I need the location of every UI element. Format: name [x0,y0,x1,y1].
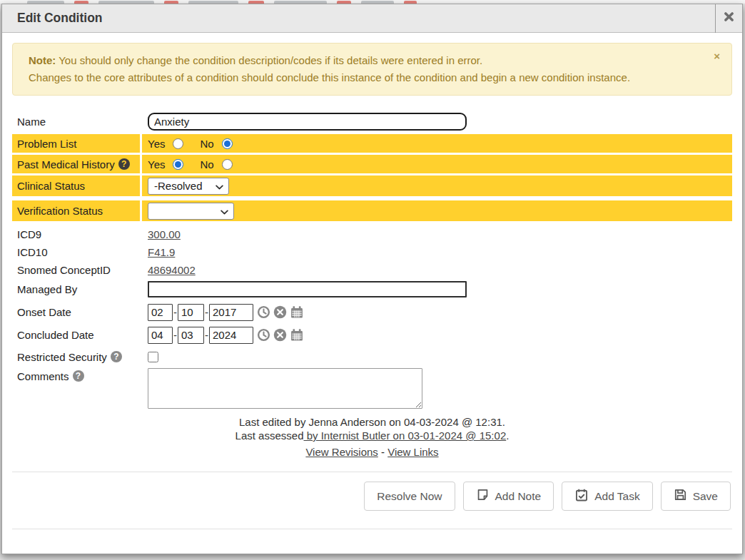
row-clinical-status: Clinical Status -Resolved [12,175,732,196]
concluded-time-clock-icon[interactable] [257,328,270,342]
concluded-day-input[interactable] [178,327,204,344]
problem-list-no-radio[interactable] [222,138,233,149]
concluded-clear-icon[interactable] [273,328,287,342]
managed-by-label: Managed By [12,279,140,300]
row-managed-by: Managed By [12,279,732,300]
row-icd10: ICD10 F41.9 [12,243,732,260]
onset-year-input[interactable] [209,304,253,321]
row-onset-date: Onset Date - - [12,302,732,322]
name-label: Name [12,111,140,132]
name-input[interactable] [148,113,467,131]
save-button[interactable]: Save [661,482,731,511]
add-task-label: Add Task [594,490,639,503]
onset-calendar-icon[interactable] [290,305,304,319]
dialog-body: Note: You should only change the conditi… [2,33,742,554]
comments-label: Comments [17,370,69,382]
note-line-1: Note: You should only change the conditi… [29,52,703,69]
row-problem-list: Problem List Yes No [12,134,732,153]
view-revisions-link[interactable]: View Revisions [305,446,377,458]
note-page-icon [476,488,490,504]
last-assessed-text: Last assessed by Internist Butler on 03-… [12,429,732,442]
restricted-security-label: Restricted Security [17,351,107,363]
verification-status-label: Verification Status [12,200,140,221]
problem-list-yes-label: Yes [148,138,165,150]
dialog-footer-buttons: Resolve Now Add Note Add Task Save [12,472,732,511]
row-name: Name [12,111,732,132]
concluded-month-input[interactable] [148,327,173,344]
row-past-medical-history: Past Medical History ? Yes No [12,155,732,173]
restricted-security-help-icon[interactable]: ? [111,351,122,362]
icd9-label: ICD9 [12,225,140,243]
row-snomed: Snomed ConceptID 48694002 [12,261,732,278]
save-floppy-icon [674,488,687,504]
warning-note-banner: Note: You should only change the conditi… [12,43,732,96]
dialog-header: Edit Condition [2,4,742,33]
resolve-now-label: Resolve Now [377,490,442,503]
task-calendar-check-icon [574,488,589,505]
add-task-button[interactable]: Add Task [562,482,652,511]
chevron-down-icon [216,180,223,192]
row-verification-status: Verification Status [12,200,732,221]
managed-by-input[interactable] [148,281,467,297]
onset-month-input[interactable] [148,304,173,321]
add-note-button[interactable]: Add Note [463,482,554,511]
add-note-label: Add Note [495,490,542,503]
onset-day-input[interactable] [178,304,204,321]
row-restricted-security: Restricted Security ? [12,347,732,366]
audit-info: Last edited by Jenna Anderson on 04-03-2… [12,415,732,442]
pmh-no-label: No [200,158,213,170]
concluded-date-label: Concluded Date [12,325,140,345]
close-icon [723,11,735,26]
onset-time-clock-icon[interactable] [257,305,270,319]
concluded-calendar-icon[interactable] [290,328,304,342]
view-links-link[interactable]: View Links [387,446,438,458]
dialog-close-button[interactable] [715,4,742,33]
save-label: Save [693,490,718,503]
chevron-down-icon [221,205,228,217]
past-medical-history-help-icon[interactable]: ? [118,158,130,170]
pmh-yes-label: Yes [148,158,165,170]
last-assessed-link[interactable]: by Internist Butler on 03-01-2024 @ 15:0… [303,429,506,442]
problem-list-no-label: No [200,138,213,150]
snomed-code-link[interactable]: 48694002 [148,264,196,276]
problem-list-yes-radio[interactable] [173,138,183,149]
row-concluded-date: Concluded Date - - [12,325,732,345]
note-dismiss-icon[interactable]: × [714,51,720,61]
pmh-no-radio[interactable] [222,159,233,170]
dialog-title: Edit Condition [2,11,715,26]
clinical-status-label: Clinical Status [12,175,140,196]
edit-condition-dialog: Edit Condition Note: You should only cha… [1,4,743,554]
note-line-2: Changes to the core attributes of a cond… [29,69,703,86]
bottom-divider [12,529,732,529]
pmh-yes-radio[interactable] [173,159,183,170]
past-medical-history-label: Past Medical History [17,158,115,170]
icd10-code-link[interactable]: F41.9 [148,246,175,258]
clinical-status-select[interactable]: -Resolved [148,178,229,195]
icd9-code-link[interactable]: 300.00 [148,228,181,240]
last-edited-text: Last edited by Jenna Anderson on 04-03-2… [12,415,732,429]
onset-clear-icon[interactable] [273,305,287,319]
onset-date-label: Onset Date [12,302,140,322]
snomed-label: Snomed ConceptID [12,261,140,278]
comments-help-icon[interactable]: ? [73,370,84,382]
verification-status-select[interactable] [148,203,234,220]
row-comments: Comments ? [12,368,732,409]
icd10-label: ICD10 [12,243,140,260]
restricted-security-checkbox[interactable] [148,352,158,362]
comments-textarea[interactable] [148,368,422,409]
concluded-year-input[interactable] [209,327,253,344]
row-icd9: ICD9 300.00 [12,225,732,243]
condition-form: Name Problem List Yes No Past Medical Hi… [12,111,732,409]
view-links-row: View Revisions - View Links [12,444,732,459]
resolve-now-button[interactable]: Resolve Now [364,482,455,511]
problem-list-label: Problem List [12,134,140,153]
